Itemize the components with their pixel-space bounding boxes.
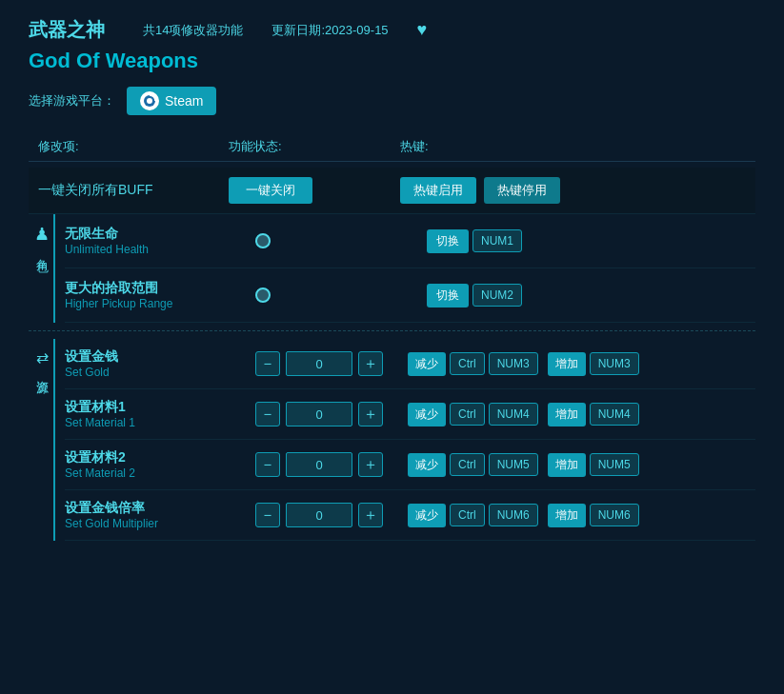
meta-date: 更新日期:2023-09-15: [271, 22, 388, 39]
num-input-1[interactable]: [286, 402, 352, 426]
platform-label: 选择游戏平台：: [29, 92, 115, 109]
toggle-switch-1: [255, 288, 427, 303]
inc-btn-1[interactable]: 增加: [548, 403, 586, 426]
one-close-button[interactable]: 一键关闭: [229, 177, 312, 204]
btn-minus-0[interactable]: －: [255, 351, 280, 376]
numpad-inc-2: NUM5: [590, 453, 639, 476]
num-control-0: － ＋: [255, 351, 408, 376]
toggle-cn-0: 无限生命: [65, 226, 255, 243]
ctrl-key-0: Ctrl: [450, 352, 485, 375]
num-cn-2: 设置材料2: [65, 449, 255, 466]
col-hotkey-label: 热键:: [400, 138, 755, 155]
ctrl-key-2: Ctrl: [450, 453, 485, 476]
char-sidebar-text: 角色: [33, 248, 50, 252]
toggle-circle-1[interactable]: [255, 288, 271, 303]
buff-name: 一键关闭所有BUFF: [38, 182, 229, 199]
hotkey-enable-button[interactable]: 热键启用: [400, 177, 476, 204]
num-row-2: 设置材料2 Set Material 2 － ＋ 减少 Ctrl NUM5 增加…: [65, 440, 755, 490]
title-en: God Of Weapons: [29, 49, 755, 73]
inc-btn-2[interactable]: 增加: [548, 453, 586, 477]
meta-count: 共14项修改器功能: [143, 22, 243, 39]
main-container: 武器之神 共14项修改器功能 更新日期:2023-09-15 ♥ God Of …: [0, 0, 784, 558]
col-status-label: 功能状态:: [229, 138, 400, 155]
steam-logo: [140, 91, 159, 110]
toggle-name-1: 更大的拾取范围 Higher Pickup Range: [65, 280, 255, 310]
dec-btn-1[interactable]: 减少: [408, 403, 446, 426]
num-hotkey-3: 减少 Ctrl NUM6 增加 NUM6: [408, 504, 755, 527]
toggle-key-btn-0[interactable]: 切换: [427, 229, 469, 253]
ctrl-key-1: Ctrl: [450, 403, 485, 426]
btn-plus-3[interactable]: ＋: [358, 503, 383, 527]
num-control-1: － ＋: [255, 402, 408, 426]
btn-minus-2[interactable]: －: [255, 452, 280, 477]
num-en-2: Set Material 2: [65, 466, 255, 480]
platform-steam-button[interactable]: Steam: [127, 87, 216, 115]
char-sidebar-line: [53, 214, 55, 323]
num-control-3: － ＋: [255, 503, 408, 527]
platform-row: 选择游戏平台： Steam: [29, 87, 755, 115]
btn-minus-1[interactable]: －: [255, 402, 280, 426]
numpad-inc-1: NUM4: [590, 403, 639, 426]
char-sidebar: ♟ 角色: [29, 214, 55, 323]
toggle-en-1: Higher Pickup Range: [65, 297, 255, 310]
num-control-2: － ＋: [255, 452, 408, 477]
num-name-3: 设置金钱倍率 Set Gold Multiplier: [65, 500, 255, 530]
title-cn: 武器之神: [29, 17, 105, 43]
dec-btn-2[interactable]: 减少: [408, 453, 446, 477]
resource-sidebar-text: 资源: [33, 370, 50, 374]
heart-icon[interactable]: ♥: [417, 20, 428, 40]
dec-btn-0[interactable]: 减少: [408, 352, 446, 376]
num-row-3: 设置金钱倍率 Set Gold Multiplier － ＋ 减少 Ctrl N…: [65, 490, 755, 541]
header-row: 武器之神 共14项修改器功能 更新日期:2023-09-15 ♥: [29, 17, 755, 43]
toggle-row-0: 无限生命 Unlimited Health 切换 NUM1: [65, 214, 755, 268]
char-section: ♟ 角色 无限生命 Unlimited Health 切换 NUM1: [29, 214, 755, 323]
resource-sidebar: ⇄ 资源: [29, 339, 55, 541]
num-hotkey-1: 减少 Ctrl NUM4 增加 NUM4: [408, 403, 755, 426]
inc-btn-0[interactable]: 增加: [548, 352, 586, 376]
numpad-inc-3: NUM6: [590, 504, 639, 526]
col-mod-label: 修改项:: [38, 138, 229, 155]
toggle-en-0: Unlimited Health: [65, 243, 255, 256]
hotkey-disable-button[interactable]: 热键停用: [484, 177, 560, 204]
num-input-0[interactable]: [286, 351, 352, 376]
ctrl-key-3: Ctrl: [450, 504, 485, 526]
toggle-row-1: 更大的拾取范围 Higher Pickup Range 切换 NUM2: [65, 268, 755, 323]
toggle-cn-1: 更大的拾取范围: [65, 280, 255, 297]
num-input-3[interactable]: [286, 503, 352, 527]
table-header: 修改项: 功能状态: 热键:: [29, 132, 755, 162]
num-cn-0: 设置金钱: [65, 348, 255, 366]
num-name-0: 设置金钱 Set Gold: [65, 348, 255, 379]
inc-btn-3[interactable]: 增加: [548, 504, 586, 527]
resource-section: ⇄ 资源 设置金钱 Set Gold － ＋ 减少 Ctrl NUM3: [29, 339, 755, 541]
toggle-hotkey-0: 切换 NUM1: [427, 229, 755, 253]
toggle-key-btn-1[interactable]: 切换: [427, 284, 469, 307]
numpad-dec-3: NUM6: [489, 504, 538, 526]
btn-plus-1[interactable]: ＋: [358, 402, 383, 426]
num-en-1: Set Material 1: [65, 416, 255, 429]
num-row-0: 设置金钱 Set Gold － ＋ 减少 Ctrl NUM3 增加 NUM3: [65, 339, 755, 389]
num-en-3: Set Gold Multiplier: [65, 517, 255, 530]
dec-btn-3[interactable]: 减少: [408, 504, 446, 527]
btn-minus-3[interactable]: －: [255, 503, 280, 527]
resource-section-content: 设置金钱 Set Gold － ＋ 减少 Ctrl NUM3 增加 NUM3: [55, 339, 755, 541]
toggle-name-0: 无限生命 Unlimited Health: [65, 226, 255, 256]
header-meta: 共14项修改器功能 更新日期:2023-09-15 ♥: [143, 20, 427, 40]
num-cn-3: 设置金钱倍率: [65, 500, 255, 517]
svg-point-1: [147, 98, 152, 104]
toggle-num-0: NUM1: [472, 229, 522, 252]
toggle-num-1: NUM2: [472, 284, 522, 307]
num-row-1: 设置材料1 Set Material 1 － ＋ 减少 Ctrl NUM4 增加…: [65, 389, 755, 440]
buff-row: 一键关闭所有BUFF 一键关闭 热键启用 热键停用: [29, 168, 755, 214]
btn-plus-0[interactable]: ＋: [358, 351, 383, 376]
toggle-circle-0[interactable]: [255, 233, 271, 248]
num-input-2[interactable]: [286, 452, 352, 477]
num-cn-1: 设置材料1: [65, 399, 255, 416]
num-hotkey-0: 减少 Ctrl NUM3 增加 NUM3: [408, 352, 755, 376]
btn-plus-2[interactable]: ＋: [358, 452, 383, 477]
toggle-switch-0: [255, 233, 427, 248]
platform-btn-label: Steam: [165, 93, 203, 109]
buff-hotkey-area: 热键启用 热键停用: [400, 177, 755, 204]
toggle-hotkey-1: 切换 NUM2: [427, 284, 755, 307]
section-divider: [29, 330, 755, 331]
numpad-inc-0: NUM3: [590, 352, 639, 375]
